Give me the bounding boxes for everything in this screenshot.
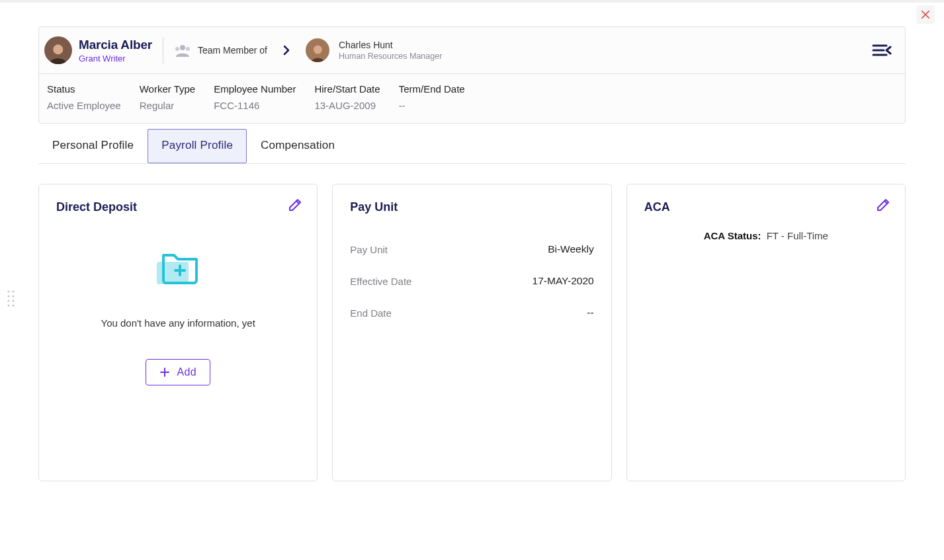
employee-name-column: Marcia Alber Grant Writer: [79, 38, 152, 63]
field-worker-type: Worker Type Regular: [140, 83, 195, 111]
tab-personal-profile[interactable]: Personal Profile: [38, 129, 148, 163]
cards-row: Direct Deposit You don't have any inform…: [38, 184, 906, 481]
manager-name: Charles Hunt: [339, 40, 442, 50]
svg-point-1: [13, 291, 15, 293]
drag-handle-icon[interactable]: [7, 290, 16, 307]
empty-state: You don't have any information, yet Add: [56, 247, 300, 385]
field-value: 13-AUG-2009: [314, 100, 380, 111]
field-value: Active Employee: [47, 100, 121, 111]
menu-collapse-icon[interactable]: [872, 43, 892, 58]
field-hire-date: Hire/Start Date 13-AUG-2009: [314, 83, 380, 111]
aca-status-label: ACA Status:: [704, 230, 761, 241]
team-member-label: Team Member of: [198, 45, 267, 56]
row-end-date: End Date --: [350, 307, 593, 319]
svg-point-9: [180, 45, 185, 50]
field-value: FCC-1146: [214, 100, 296, 111]
header-row: Marcia Alber Grant Writer Team Member of…: [39, 27, 905, 74]
edit-icon[interactable]: [288, 198, 302, 212]
field-label: Worker Type: [140, 83, 195, 95]
close-icon: [921, 10, 930, 19]
manager-column: Charles Hunt Human Resources Manager: [339, 40, 442, 61]
tab-payroll-profile[interactable]: Payroll Profile: [148, 129, 247, 163]
field-value: --: [399, 100, 465, 111]
row-effective-date: Effective Date 17-MAY-2020: [350, 275, 593, 287]
add-button[interactable]: Add: [146, 359, 210, 385]
top-divider: [0, 0, 944, 3]
vertical-divider: [163, 37, 163, 63]
svg-point-8: [53, 45, 63, 55]
svg-point-10: [175, 47, 179, 51]
svg-point-11: [186, 47, 190, 51]
svg-point-2: [8, 296, 10, 298]
aca-status-row: ACA Status: FT - Full-Time: [644, 230, 888, 241]
svg-point-5: [13, 300, 15, 302]
svg-point-6: [8, 305, 10, 307]
employee-role: Grant Writer: [79, 54, 152, 63]
aca-status-value: FT - Full-Time: [767, 230, 828, 241]
field-label: Employee Number: [214, 83, 296, 95]
team-group-icon: [174, 44, 191, 57]
tabs: Personal Profile Payroll Profile Compens…: [38, 129, 906, 164]
card-title: Pay Unit: [350, 200, 593, 214]
card-direct-deposit: Direct Deposit You don't have any inform…: [38, 184, 318, 481]
card-title: ACA: [644, 200, 888, 214]
employee-avatar: [44, 36, 72, 64]
edit-icon[interactable]: [876, 198, 890, 212]
field-status: Status Active Employee: [47, 83, 121, 111]
field-label: Hire/Start Date: [314, 83, 380, 95]
chevron-right-icon: [280, 44, 292, 56]
card-title: Direct Deposit: [56, 200, 300, 214]
field-employee-number: Employee Number FCC-1146: [214, 83, 296, 111]
manager-role: Human Resources Manager: [339, 52, 442, 61]
field-label: Status: [47, 83, 121, 95]
kv-label: Pay Unit: [350, 244, 388, 255]
svg-point-7: [13, 305, 15, 307]
fields-row: Status Active Employee Worker Type Regul…: [39, 74, 905, 123]
kv-label: End Date: [350, 307, 392, 319]
close-button[interactable]: [916, 5, 935, 24]
plus-icon: [159, 367, 170, 378]
field-value: Regular: [140, 100, 195, 111]
card-aca: ACA ACA Status: FT - Full-Time: [626, 184, 906, 481]
svg-rect-16: [157, 262, 189, 284]
empty-state-text: You don't have any information, yet: [101, 317, 255, 329]
employee-header-panel: Marcia Alber Grant Writer Team Member of…: [38, 26, 906, 124]
employee-name: Marcia Alber: [79, 38, 152, 52]
svg-point-12: [314, 46, 322, 54]
field-term-date: Term/End Date --: [399, 83, 465, 111]
kv-value: --: [587, 307, 593, 319]
svg-point-4: [8, 300, 10, 302]
row-pay-unit: Pay Unit Bi-Weekly: [350, 243, 593, 255]
kv-value: Bi-Weekly: [548, 243, 593, 255]
svg-point-0: [8, 291, 10, 293]
tab-compensation[interactable]: Compensation: [247, 129, 349, 163]
manager-avatar: [306, 38, 329, 62]
folder-plus-icon: [154, 247, 202, 287]
svg-point-3: [13, 296, 15, 298]
field-label: Term/End Date: [399, 83, 465, 95]
card-pay-unit: Pay Unit Pay Unit Bi-Weekly Effective Da…: [332, 184, 611, 481]
pay-unit-list: Pay Unit Bi-Weekly Effective Date 17-MAY…: [350, 243, 593, 319]
kv-value: 17-MAY-2020: [533, 275, 594, 287]
add-button-label: Add: [177, 366, 196, 378]
kv-label: Effective Date: [350, 276, 411, 287]
